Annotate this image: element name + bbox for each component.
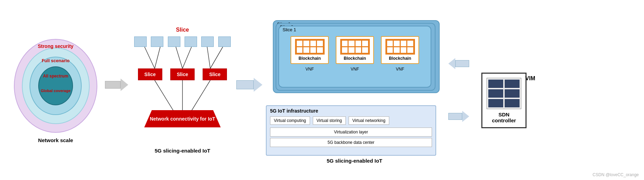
label-strong-security: Strong security [14,43,97,49]
iot-infra-box: 5G IoT infrastructure Virtual computing … [266,105,436,156]
arrow-right-sdn [448,111,469,122]
slicing-section-title: 5G slicing-enabled IoT [155,148,210,154]
bc-cell [401,47,407,53]
bc-cell [387,47,393,53]
blockchain-box-2: Blockchain [336,36,374,64]
main-container: Strong security Full scenario All spectr… [0,0,644,180]
bc-cell [356,47,361,53]
svg-line-2 [176,47,182,68]
bottom-trapezoid: Network connectivity for IoT [144,110,221,128]
bc-cell [394,41,400,46]
section-slicing: Slice [129,27,236,154]
small-box-6 [218,36,231,47]
arrow-2 [236,78,262,92]
slice-card-1: Slice 1 [278,26,431,88]
bc-cell [342,41,348,46]
blockchain-label-1: Blockchain [299,56,321,61]
blockchain-box-3: Blockchain [381,36,419,64]
small-box-2 [151,36,163,47]
network-scale-title: Network scale [38,137,73,143]
bc-cell [303,47,309,53]
section-network-scale: Strong security Full scenario All spectr… [7,37,104,143]
blockchain-inner-2 [340,39,370,55]
bc-cell [362,47,368,53]
arrow-1 [106,79,127,91]
middle-box-2: Slice [170,68,195,80]
blockchain-label-3: Blockchain [389,56,411,61]
sdn-box: SDNcontroller [481,73,527,128]
sdn-cell-4 [505,89,520,98]
section-iot: Slice 3 Slice 2 Slice 1 [262,17,447,164]
blockchain-inner-1 [295,39,325,55]
vnf-label-3: VNF [381,67,419,72]
bc-cell [387,41,393,46]
iot-infra-backbone: 5G backbone data center [270,138,432,147]
small-box-5 [201,36,214,47]
middle-boxes: Slice Slice Slice [134,68,231,80]
svg-line-5 [210,47,223,68]
chip-virtual-storing: Virtual storing [313,116,346,125]
bc-cell [297,41,303,46]
svg-line-1 [155,47,160,68]
blockchain-row: Blockchain [279,36,431,64]
bc-cell [310,47,316,53]
blockchain-label-2: Blockchain [344,56,366,61]
trapezoid-text: Network connectivity for IoT [150,116,215,122]
bc-cell [362,41,368,46]
vnf-label-1: VNF [291,67,329,72]
chip-virtual-computing: Virtual computing [270,116,310,125]
iot-section-title: 5G slicing-enabled IoT [327,158,382,164]
arrow-shape-1 [105,79,128,91]
small-box-1 [134,36,147,47]
vim-label: VIM [525,75,535,82]
arrow-body-1 [105,81,121,89]
sdn-cell-6 [505,99,520,107]
top-boxes [130,36,235,47]
middle-box-1: Slice [138,68,162,80]
iot-infra-virtualization: Virtualization layer [270,128,432,137]
svg-line-0 [145,47,155,68]
sdn-label: SDNcontroller [492,112,516,123]
slices-stack: Slice 3 Slice 2 Slice 1 [266,17,443,100]
bc-cell [401,41,407,46]
watermark: CSDN @loveCC_orange [593,172,639,177]
sdn-cell-1 [488,80,503,88]
iot-infra-chip-row: Virtual computing Virtual storing Virtua… [267,115,435,126]
small-box-3 [168,36,180,47]
big-arrow-body-2 [236,80,254,89]
bc-cell [317,41,323,46]
vnf-label-2: VNF [336,67,374,72]
sdn-grid [487,78,521,109]
slice-1-label: Slice 1 [279,25,300,34]
chip-virtual-networking: Virtual networking [349,116,389,125]
slicing-diagram: Slice [130,27,235,145]
label-global-coverage: Global coverage [14,89,97,93]
arrow-left-head [448,58,455,69]
bc-cell [310,41,316,46]
arrow-left-body [455,60,469,67]
section-sdn: VIM SDNcontroller [469,52,539,128]
middle-box-3: Slice [203,68,227,80]
bc-cell [407,41,413,46]
blockchain-box-1: Blockchain [291,36,329,64]
bc-cell [303,41,309,46]
big-arrow-head-2 [254,78,262,92]
bc-cell [356,41,361,46]
arrow-head-1 [121,79,128,91]
sdn-cell-5 [488,99,503,107]
arrow-right-head-sdn [462,111,469,122]
label-full-scenario: Full scenario [14,58,97,63]
bc-cell [407,47,413,53]
bc-cell [317,47,323,53]
svg-line-3 [182,47,191,68]
svg-line-4 [207,47,210,68]
bc-cell [349,41,354,46]
iot-diagram: Slice 3 Slice 2 Slice 1 [266,17,443,156]
bc-cell [349,47,354,53]
bc-cell [297,47,303,53]
arrows-sdn [448,58,469,122]
slice-label-top: Slice [176,27,189,33]
arrow-right-body-sdn [448,113,462,120]
bc-cell [342,47,348,53]
blockchain-inner-3 [385,39,415,55]
